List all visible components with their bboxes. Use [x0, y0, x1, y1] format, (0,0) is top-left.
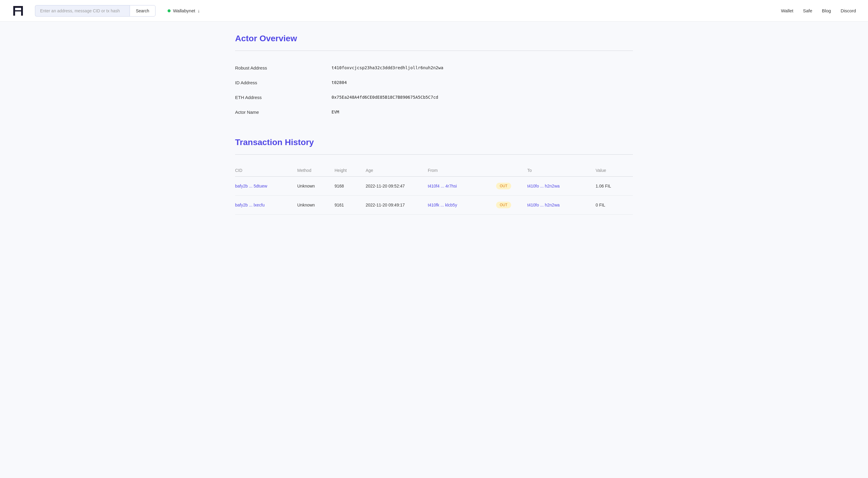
overview-value-actor-name: EVM — [332, 105, 633, 120]
col-header-age: Age — [366, 164, 428, 177]
tx-height: 9168 — [335, 177, 366, 196]
tx-age: 2022-11-20 09:52:47 — [366, 177, 428, 196]
svg-rect-3 — [13, 10, 23, 11]
col-header-method: Method — [297, 164, 335, 177]
overview-label-robust: Robust Address — [235, 61, 332, 75]
overview-row-eth: ETH Address 0x75Ea248A4fd6CE0dE85B18C7B8… — [235, 90, 633, 105]
nav-wallet[interactable]: Wallet — [781, 8, 793, 13]
tx-from-link[interactable]: t410f4 ... 4r7hsi — [428, 183, 457, 189]
nav-safe[interactable]: Safe — [803, 8, 812, 13]
overview-label-actor-name: Actor Name — [235, 105, 332, 120]
col-header-dir — [496, 164, 527, 177]
direction-badge: OUT — [496, 183, 511, 189]
tx-divider — [235, 155, 633, 155]
network-name: Wallabynet — [173, 8, 195, 13]
tx-method: Unknown — [297, 196, 335, 215]
logo-icon — [12, 5, 24, 17]
tx-from-link[interactable]: t410fk ... klcb5y — [428, 203, 457, 207]
svg-rect-2 — [13, 6, 23, 8]
direction-badge: OUT — [496, 202, 511, 208]
overview-label-eth: ETH Address — [235, 90, 332, 105]
tx-from[interactable]: t410fk ... klcb5y — [428, 196, 496, 215]
col-header-cid: CID — [235, 164, 297, 177]
tx-height: 9161 — [335, 196, 366, 215]
overview-row-id: ID Address t02804 — [235, 75, 633, 90]
tx-to-link[interactable]: t410fo ... h2n2wa — [527, 203, 559, 207]
tx-table-header-row: CID Method Height Age From To Value — [235, 164, 633, 177]
tx-cid[interactable]: bafy2b ... 5dtuew — [235, 177, 297, 196]
network-indicator[interactable]: Wallabynet ↓ — [167, 8, 200, 13]
col-header-from: From — [428, 164, 496, 177]
transaction-history-section: Transaction History CID Method Height Ag… — [235, 138, 633, 215]
table-row: bafy2b ... 5dtuew Unknown 9168 2022-11-2… — [235, 177, 633, 196]
tx-method: Unknown — [297, 177, 335, 196]
tx-age: 2022-11-20 09:49:17 — [366, 196, 428, 215]
header: Search Wallabynet ↓ Wallet Safe Blog Dis… — [0, 0, 868, 22]
overview-row-actor-name: Actor Name EVM — [235, 105, 633, 120]
actor-overview-section: Actor Overview Robust Address t410foxvcj… — [235, 34, 633, 120]
transaction-history-title: Transaction History — [235, 138, 633, 147]
col-header-height: Height — [335, 164, 366, 177]
table-row: bafy2b ... lxecfu Unknown 9161 2022-11-2… — [235, 196, 633, 215]
tx-cid-link[interactable]: bafy2b ... lxecfu — [235, 203, 265, 207]
nav-discord[interactable]: Discord — [841, 8, 856, 13]
overview-label-id: ID Address — [235, 75, 332, 90]
overview-table: Robust Address t410foxvcjcsp23ha32c3ddd3… — [235, 61, 633, 120]
tx-from[interactable]: t410f4 ... 4r7hsi — [428, 177, 496, 196]
logo — [12, 5, 24, 17]
transaction-table: CID Method Height Age From To Value bafy… — [235, 164, 633, 215]
tx-to-link[interactable]: t410fo ... h2n2wa — [527, 183, 559, 189]
tx-value: 1.06 FIL — [595, 177, 633, 196]
tx-value: 0 FIL — [595, 196, 633, 215]
nav-blog[interactable]: Blog — [822, 8, 831, 13]
overview-value-robust: t410foxvcjcsp23ha32c3ddd3redhljollr6nuh2… — [332, 61, 633, 75]
overview-row-robust: Robust Address t410foxvcjcsp23ha32c3ddd3… — [235, 61, 633, 75]
overview-value-eth: 0x75Ea248A4fd6CE0dE85B18C7B890675A5Cb5C7… — [332, 90, 633, 105]
col-header-to: To — [527, 164, 595, 177]
overview-value-id: t02804 — [332, 75, 633, 90]
tx-direction: OUT — [496, 196, 527, 215]
nav-links: Wallet Safe Blog Discord — [781, 8, 856, 13]
search-input[interactable] — [35, 5, 130, 16]
network-status-dot — [167, 9, 170, 12]
tx-direction: OUT — [496, 177, 527, 196]
search-bar: Search — [35, 5, 156, 16]
overview-divider — [235, 50, 633, 51]
main-content: Actor Overview Robust Address t410foxvcj… — [217, 22, 651, 227]
col-header-value: Value — [595, 164, 633, 177]
tx-to[interactable]: t410fo ... h2n2wa — [527, 177, 595, 196]
tx-cid-link[interactable]: bafy2b ... 5dtuew — [235, 183, 267, 189]
network-arrow: ↓ — [198, 8, 200, 13]
tx-to[interactable]: t410fo ... h2n2wa — [527, 196, 595, 215]
tx-cid[interactable]: bafy2b ... lxecfu — [235, 196, 297, 215]
search-button[interactable]: Search — [130, 5, 156, 16]
actor-overview-title: Actor Overview — [235, 34, 633, 43]
